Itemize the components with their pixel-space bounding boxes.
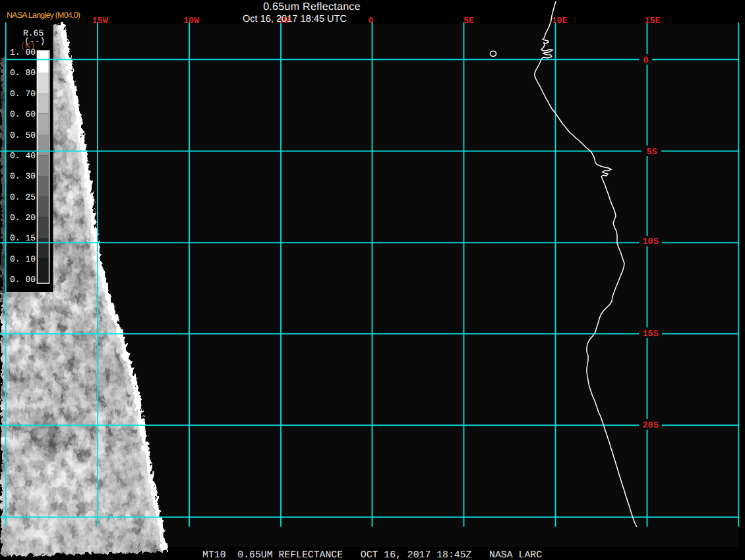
svg-text:20S: 20S [643, 421, 659, 431]
svg-text:10E: 10E [552, 16, 568, 26]
svg-text:10W: 10W [183, 16, 200, 26]
svg-text:15S: 15S [643, 329, 659, 339]
svg-text:0.65um Reflectance: 0.65um Reflectance [263, 1, 361, 13]
svg-text:Oct 16, 2017 18:45 UTC: Oct 16, 2017 18:45 UTC [243, 14, 347, 24]
svg-text:5S: 5S [647, 148, 657, 157]
svg-text:0. 25: 0. 25 [10, 192, 36, 202]
svg-text:10S: 10S [643, 237, 659, 247]
svg-text:0. 00: 0. 00 [10, 275, 36, 285]
svg-text:0. 50: 0. 50 [10, 130, 36, 140]
svg-text:0: 0 [369, 16, 374, 26]
svg-text:MT10 0.65UM REFLECTANCE OCT: MT10 0.65UM REFLECTANCE OCT 16, 2017 18:… [202, 550, 542, 560]
svg-text:0. 40: 0. 40 [10, 151, 36, 161]
svg-text:0. 80: 0. 80 [10, 68, 36, 78]
svg-text:0. 10: 0. 10 [10, 254, 36, 264]
svg-text:0: 0 [643, 56, 649, 66]
svg-text:0. 20: 0. 20 [10, 213, 36, 223]
svg-text:5E: 5E [463, 16, 474, 26]
svg-text:0. 15: 0. 15 [10, 233, 36, 243]
svg-text:0. 70: 0. 70 [10, 89, 36, 99]
svg-text:15W: 15W [92, 16, 109, 26]
svg-text:1. 00: 1. 00 [10, 47, 36, 57]
svg-text:NASA Langley (M04.0): NASA Langley (M04.0) [7, 11, 80, 20]
svg-text:0. 60: 0. 60 [10, 109, 36, 119]
svg-text:15E: 15E [645, 16, 661, 26]
svg-text:0. 30: 0. 30 [10, 171, 36, 181]
